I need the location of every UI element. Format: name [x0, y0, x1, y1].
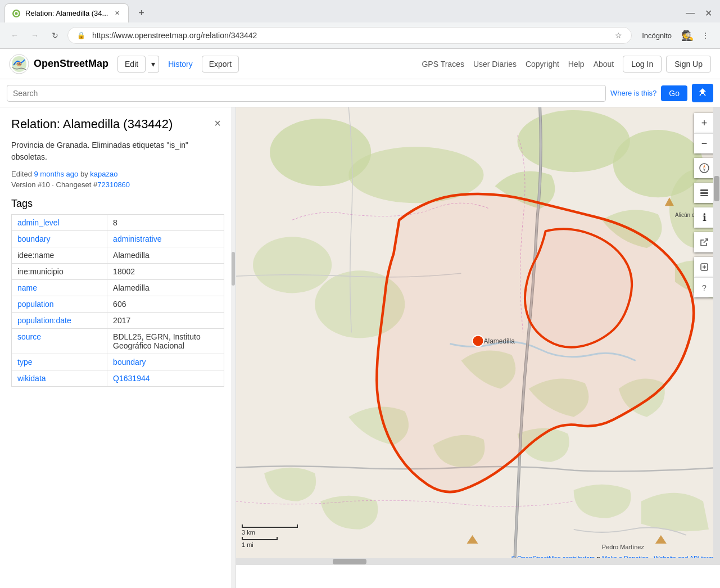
info-button[interactable]: ℹ [694, 207, 714, 228]
tag-key[interactable]: type [12, 354, 107, 370]
query-button[interactable]: ? [694, 277, 714, 297]
svg-text:Pedro Martínez: Pedro Martínez [602, 544, 645, 550]
tag-key[interactable]: boundary [12, 230, 107, 247]
compass-icon [699, 163, 709, 173]
sidebar-scroll-thumb [232, 252, 235, 286]
address-input[interactable]: 🔒 https://www.openstreetmap.org/relation… [67, 27, 632, 44]
map-scrollbar-horizontal[interactable] [236, 558, 720, 565]
layers-button[interactable] [694, 183, 714, 203]
osm-logo[interactable]: OSM OpenStreetMap [9, 54, 108, 74]
where-is-this-link[interactable]: Where is this? [610, 89, 656, 97]
version-meta: Version #10 · Changeset #72310860 [11, 180, 224, 189]
tag-key[interactable]: population [12, 296, 107, 312]
tag-value: Alamedilla [107, 279, 224, 296]
incognito-icon: 🕵 [680, 28, 695, 43]
sidebar-header: Relation: Alamedilla (343442) × [11, 116, 224, 133]
table-row: type boundary [12, 354, 224, 370]
tag-value: 2017 [107, 312, 224, 328]
edit-button[interactable]: Edit [117, 56, 146, 73]
forward-button[interactable]: → [27, 28, 43, 43]
osm-main: Relation: Alamedilla (343442) × Provinci… [0, 107, 720, 588]
address-bar: ← → ↻ 🔒 https://www.openstreetmap.org/re… [0, 22, 720, 48]
zoom-out-button[interactable]: − [694, 133, 714, 153]
tag-value[interactable]: administrative [107, 230, 224, 247]
close-button[interactable]: ✕ [701, 7, 716, 20]
svg-point-12 [253, 237, 332, 293]
scale-label-km: 3 km [242, 529, 298, 536]
minimize-button[interactable]: — [682, 7, 698, 19]
menu-button[interactable]: ⋮ [698, 28, 713, 43]
add-note-button[interactable] [694, 257, 714, 277]
svg-marker-23 [703, 168, 705, 172]
table-row: idee:name Alamedilla [12, 247, 224, 263]
tag-value: BDLL25, EGRN, Instituto Geográfico Nacio… [107, 328, 224, 354]
tag-key: idee:name [12, 247, 107, 263]
search-bar: Where is this? Go [0, 79, 720, 107]
svg-text:OSM: OSM [14, 62, 22, 66]
tag-key[interactable]: wikidata [12, 370, 107, 386]
tag-key[interactable]: admin_level [12, 214, 107, 230]
search-go-button[interactable]: Go [661, 85, 687, 101]
incognito-label: Incógnito [636, 29, 677, 42]
tag-key[interactable]: source [12, 328, 107, 354]
back-button[interactable]: ← [7, 28, 22, 43]
copyright-link[interactable]: Copyright [526, 60, 559, 69]
scale-bar-km [242, 524, 298, 528]
browser-actions: Incógnito 🕵 ⋮ [636, 28, 713, 43]
osm-toolbar: Edit ▾ History Export [117, 56, 239, 73]
svg-rect-25 [700, 192, 708, 194]
share-button[interactable] [694, 232, 714, 252]
map-controls: + − [694, 113, 714, 302]
query-icon: ? [702, 283, 707, 292]
sidebar-scrollbar[interactable] [231, 107, 236, 588]
login-button[interactable]: Log In [623, 56, 662, 73]
table-row: population:date 2017 [12, 312, 224, 328]
bookmark-icon[interactable]: ☆ [615, 31, 622, 40]
osm-app: OSM OpenStreetMap Edit ▾ History Export … [0, 49, 720, 588]
changeset-link[interactable]: 72310860 [97, 180, 130, 189]
tag-value[interactable]: Q1631944 [107, 370, 224, 386]
note-icon [700, 263, 709, 272]
osm-map[interactable]: Alamedilla Alicún de G... Pedro Martínez… [236, 107, 720, 565]
map-scale: 3 km 1 mi [242, 524, 298, 548]
directions-button[interactable] [692, 84, 713, 102]
tab-close-button[interactable]: ✕ [112, 9, 121, 18]
user-diaries-link[interactable]: User Diaries [473, 60, 517, 69]
tab-title: Relation: Alamedilla (34... [25, 9, 108, 17]
compass-button[interactable] [694, 158, 714, 178]
layers-control [694, 183, 714, 203]
history-button[interactable]: History [161, 56, 200, 72]
table-row: ine:municipio 18002 [12, 263, 224, 279]
svg-rect-24 [700, 189, 708, 191]
about-link[interactable]: About [594, 60, 614, 69]
sidebar-close-button[interactable]: × [211, 116, 224, 130]
tag-value[interactable]: boundary [107, 354, 224, 370]
osm-logo-text: OpenStreetMap [34, 58, 108, 70]
tab-bar: Relation: Alamedilla (34... ✕ + — ✕ [0, 0, 720, 22]
tag-key[interactable]: name [12, 279, 107, 296]
share-icon [700, 238, 709, 247]
new-tab-button[interactable]: + [133, 5, 149, 21]
search-input[interactable] [7, 85, 606, 102]
osm-nav-links: GPS Traces User Diaries Copyright Help A… [422, 60, 614, 69]
export-button[interactable]: Export [202, 56, 239, 73]
note-controls: ? [694, 257, 714, 297]
layers-icon [699, 188, 709, 198]
zoom-in-button[interactable]: + [694, 113, 714, 133]
map-scrollbar-vertical[interactable] [713, 107, 720, 565]
edit-time-link[interactable]: 9 months ago [34, 170, 79, 178]
lock-icon: 🔒 [77, 31, 85, 39]
tag-key[interactable]: population:date [12, 312, 107, 328]
auth-buttons: Log In Sign Up [623, 56, 711, 73]
editor-link[interactable]: kapazao [90, 170, 117, 178]
edit-dropdown-button[interactable]: ▾ [148, 56, 159, 73]
tag-key: ine:municipio [12, 263, 107, 279]
reload-button[interactable]: ↻ [47, 28, 63, 43]
browser-chrome: Relation: Alamedilla (34... ✕ + — ✕ ← → … [0, 0, 720, 49]
help-link[interactable]: Help [568, 60, 585, 69]
table-row: boundary administrative [12, 230, 224, 247]
by-label: by [80, 170, 90, 178]
tab-icon [12, 9, 21, 18]
gps-traces-link[interactable]: GPS Traces [422, 60, 464, 69]
signup-button[interactable]: Sign Up [666, 56, 711, 73]
